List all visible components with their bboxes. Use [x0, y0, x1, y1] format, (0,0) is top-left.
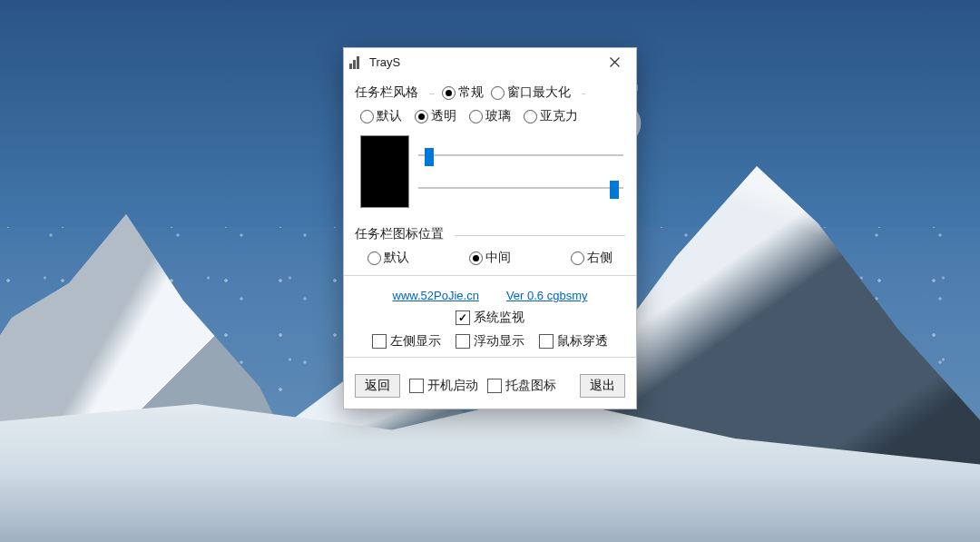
radio-label: 默认	[384, 250, 409, 266]
radio-label: 窗口最大化	[507, 84, 571, 101]
radio-icon	[368, 251, 381, 265]
checkbox-tray-icon[interactable]: 托盘图标	[487, 378, 556, 394]
checkbox-label: 托盘图标	[505, 378, 556, 394]
checkbox-float-display[interactable]: 浮动显示	[456, 333, 524, 350]
radio-icon	[469, 110, 483, 123]
radio-label: 亚克力	[540, 108, 578, 124]
checkbox-icon	[409, 379, 424, 393]
radio-mode-normal[interactable]: 常规	[442, 84, 484, 101]
link-version[interactable]: Ver 0.6 cgbsmy	[506, 289, 588, 302]
checkbox-system-monitor[interactable]: 系统监视	[456, 310, 524, 326]
window-title: TrayS	[369, 55, 596, 69]
color-swatch[interactable]	[360, 135, 409, 208]
close-button[interactable]	[596, 49, 632, 74]
separator	[344, 357, 636, 358]
checkbox-icon	[456, 310, 470, 325]
style-group-label: 任务栏风格	[355, 84, 418, 101]
link-site[interactable]: www.52PoJie.cn	[393, 289, 479, 302]
radio-icon	[360, 110, 374, 123]
radio-icon	[415, 110, 428, 123]
checkbox-icon	[487, 379, 502, 393]
exit-button[interactable]: 退出	[580, 374, 625, 398]
slider-color[interactable]	[418, 146, 623, 164]
checkbox-icon	[539, 334, 554, 349]
close-icon	[610, 57, 620, 67]
checkbox-boot-launch[interactable]: 开机启动	[409, 378, 478, 394]
checkbox-icon	[372, 334, 387, 349]
radio-icon	[491, 86, 505, 100]
radio-effect-transparent[interactable]: 透明	[415, 108, 456, 124]
radio-label: 透明	[431, 108, 456, 124]
checkbox-label: 鼠标穿透	[557, 333, 608, 350]
checkbox-label: 开机启动	[427, 378, 478, 394]
radio-label: 玻璃	[485, 108, 511, 124]
radio-effect-glass[interactable]: 玻璃	[469, 108, 511, 124]
titlebar[interactable]: TrayS	[344, 48, 636, 75]
radio-effect-default[interactable]: 默认	[360, 108, 402, 124]
position-group-label: 任务栏图标位置	[355, 226, 444, 242]
trays-window: TrayS 任务栏风格 常规 窗口最大化 默认	[343, 47, 637, 409]
radio-label: 右侧	[587, 250, 612, 266]
radio-label: 中间	[485, 250, 511, 266]
radio-mode-maximized[interactable]: 窗口最大化	[491, 84, 571, 101]
app-icon	[349, 54, 364, 69]
checkbox-mouse-through[interactable]: 鼠标穿透	[539, 333, 608, 350]
radio-effect-acrylic[interactable]: 亚克力	[524, 108, 578, 124]
radio-label: 默认	[377, 108, 402, 124]
radio-pos-right[interactable]: 右侧	[571, 250, 612, 266]
back-button[interactable]: 返回	[355, 374, 400, 398]
radio-label: 常规	[458, 84, 484, 101]
checkbox-left-display[interactable]: 左侧显示	[372, 333, 441, 350]
radio-icon	[571, 251, 584, 265]
checkbox-label: 系统监视	[474, 310, 524, 326]
radio-icon	[442, 86, 456, 100]
radio-pos-center[interactable]: 中间	[469, 250, 511, 266]
checkbox-label: 左侧显示	[390, 333, 441, 350]
separator	[344, 275, 636, 276]
checkbox-icon	[456, 334, 470, 349]
radio-icon	[524, 110, 537, 123]
radio-icon	[469, 251, 483, 265]
checkbox-label: 浮动显示	[474, 333, 524, 350]
slider-opacity[interactable]	[418, 179, 623, 197]
radio-pos-default[interactable]: 默认	[368, 250, 409, 266]
